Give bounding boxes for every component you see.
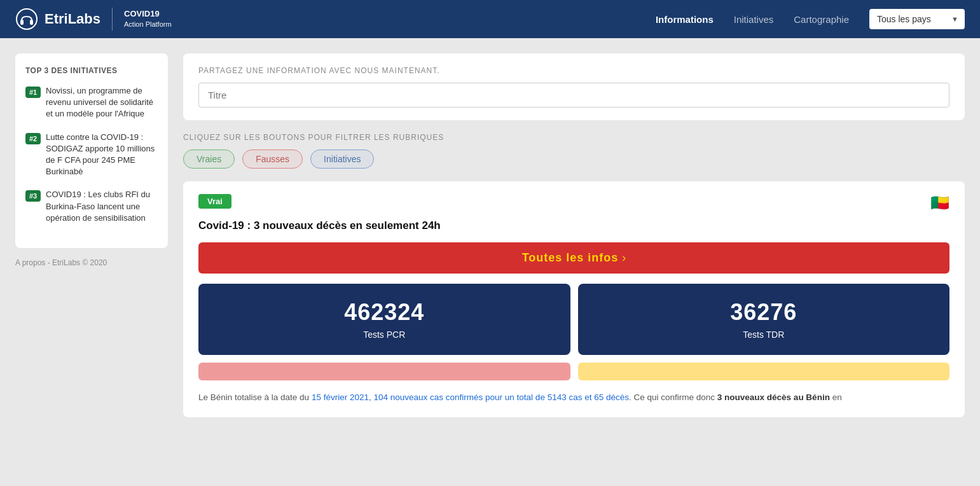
top-initiatives-title: TOP 3 DES INITIATIVES xyxy=(25,66,158,75)
article-card: Vrai 🇧🇯 Covid-19 : 3 nouveaux décès en s… xyxy=(183,181,965,417)
stat-pcr-label: Tests PCR xyxy=(209,330,560,340)
nav-cartographie[interactable]: Cartographie xyxy=(794,14,849,25)
filter-btn-fausses[interactable]: Fausses xyxy=(242,149,303,169)
filter-section: CLIQUEZ SUR LES BOUTONS POUR FILTRER LES… xyxy=(183,130,965,171)
nav-informations[interactable]: Informations xyxy=(656,14,714,25)
share-card: PARTAGEZ UNE INFORMATION AVEC NOUS MAINT… xyxy=(183,53,965,120)
rank-badge-1: #1 xyxy=(25,87,41,98)
stats-grid: 462324 Tests PCR 36276 Tests TDR xyxy=(198,284,949,355)
initiative-text-1: Novissi, un programme de revenu universe… xyxy=(46,85,158,120)
bars-grid xyxy=(198,363,949,380)
stat-pcr-number: 462324 xyxy=(209,299,560,326)
stat-tdr-number: 36276 xyxy=(588,299,940,326)
etrilabs-logo-icon xyxy=(15,8,38,31)
svg-point-0 xyxy=(17,9,37,29)
rank-badge-2: #2 xyxy=(25,133,41,144)
share-label: PARTAGEZ UNE INFORMATION AVEC NOUS MAINT… xyxy=(198,66,949,75)
initiative-item-2[interactable]: #2 Lutte contre la COVID-19 : SODIGAZ ap… xyxy=(25,132,158,178)
stat-pcr: 462324 Tests PCR xyxy=(198,284,570,355)
article-cases-link[interactable]: 104 nouveaux cas confirmés pour un total… xyxy=(373,392,629,402)
filter-btn-initiatives[interactable]: Initiatives xyxy=(310,149,374,169)
article-summary: Le Bénin totalise à la date du 15 févrie… xyxy=(198,391,949,405)
initiative-text-2: Lutte contre la COVID-19 : SODIGAZ appor… xyxy=(46,132,158,178)
filter-buttons: Vraies Fausses Initiatives xyxy=(183,149,965,169)
svg-rect-1 xyxy=(20,20,24,25)
logo-subtitle: COVID19 Action Platform xyxy=(124,9,172,29)
main-nav: Informations Initiatives Cartographie To… xyxy=(656,9,965,29)
title-input[interactable] xyxy=(198,83,949,108)
article-date-link[interactable]: 15 février 2021 xyxy=(312,392,369,402)
stat-tdr: 36276 Tests TDR xyxy=(578,284,950,355)
bar-red xyxy=(198,363,570,380)
flag-icon: 🇧🇯 xyxy=(930,194,949,212)
main-content: PARTAGEZ UNE INFORMATION AVEC NOUS MAINT… xyxy=(183,53,965,471)
nav-initiatives[interactable]: Initiatives xyxy=(734,14,774,25)
vrai-badge: Vrai xyxy=(198,194,231,209)
initiative-item-1[interactable]: #1 Novissi, un programme de revenu unive… xyxy=(25,85,158,120)
svg-rect-2 xyxy=(30,20,33,25)
article-title: Covid-19 : 3 nouveaux décès en seulement… xyxy=(198,219,949,232)
filter-label: CLIQUEZ SUR LES BOUTONS POUR FILTRER LES… xyxy=(183,133,965,142)
country-select-wrap: Tous les pays Bénin Burkina Faso Côte d'… xyxy=(869,9,965,29)
article-summary-text: Le Bénin totalise à la date du 15 févrie… xyxy=(198,392,842,402)
initiative-item-3[interactable]: #3 COVID19 : Les clubs RFI du Burkina-Fa… xyxy=(25,189,158,224)
logo-text: EtriLabs xyxy=(45,11,100,27)
toutes-infos-arrow: › xyxy=(622,251,626,265)
rank-badge-3: #3 xyxy=(25,190,41,202)
toutes-infos-text: Toutes les infos xyxy=(522,251,619,265)
stat-tdr-label: Tests TDR xyxy=(588,330,940,340)
logo-area: EtriLabs COVID19 Action Platform xyxy=(15,8,172,31)
top-initiatives-card: TOP 3 DES INITIATIVES #1 Novissi, un pro… xyxy=(15,53,168,248)
sidebar: TOP 3 DES INITIATIVES #1 Novissi, un pro… xyxy=(15,53,168,471)
page-body: TOP 3 DES INITIATIVES #1 Novissi, un pro… xyxy=(0,38,980,486)
filter-btn-vraies[interactable]: Vraies xyxy=(183,149,235,169)
toutes-infos-banner[interactable]: Toutes les infos › xyxy=(198,242,949,274)
initiative-text-3: COVID19 : Les clubs RFI du Burkina-Faso … xyxy=(46,189,158,224)
bar-yellow xyxy=(578,363,950,380)
logo-divider xyxy=(112,8,113,31)
footer-text: A propos - EtriLabs © 2020 xyxy=(15,258,168,267)
country-select[interactable]: Tous les pays Bénin Burkina Faso Côte d'… xyxy=(869,9,965,29)
header: EtriLabs COVID19 Action Platform Informa… xyxy=(0,0,980,38)
article-header: Vrai 🇧🇯 xyxy=(198,194,949,212)
